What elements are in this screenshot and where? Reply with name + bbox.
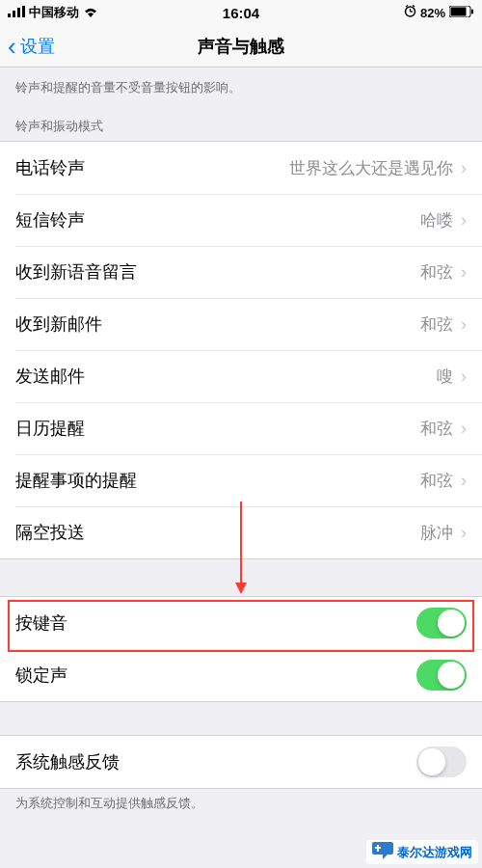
section-header-ringtone: 铃声和振动模式	[0, 102, 482, 141]
svg-rect-1	[13, 11, 15, 17]
item-value: 嗖	[437, 366, 453, 388]
svg-rect-0	[8, 14, 11, 17]
status-time: 16:04	[223, 5, 259, 21]
sound-switches: 按键音 锁定声	[0, 596, 482, 702]
chevron-left-icon: ‹	[8, 34, 16, 59]
haptic-group: 系统触感反馈	[0, 735, 482, 789]
item-value: 和弦	[420, 418, 453, 440]
chevron-right-icon: ›	[461, 471, 467, 491]
footer-description: 为系统控制和互动提供触感反馈。	[0, 789, 482, 824]
svg-line-8	[413, 6, 415, 8]
back-button[interactable]: ‹ 设置	[0, 34, 55, 59]
chevron-right-icon: ›	[461, 210, 467, 231]
svg-rect-11	[471, 9, 473, 14]
nav-bar: ‹ 设置 声音与触感	[0, 25, 482, 68]
svg-rect-3	[22, 6, 25, 17]
item-value: 世界这么大还是遇见你	[289, 157, 453, 179]
haptic-switch[interactable]	[416, 746, 467, 777]
item-label: 发送邮件	[15, 365, 85, 388]
ringtone-item[interactable]: 日历提醒 和弦 ›	[0, 402, 482, 454]
carrier-label: 中国移动	[29, 4, 79, 21]
chevron-right-icon: ›	[461, 262, 467, 283]
item-value: 和弦	[420, 313, 453, 336]
chevron-right-icon: ›	[461, 523, 467, 543]
status-bar: 中国移动 16:04 82%	[0, 0, 482, 25]
item-value: 和弦	[420, 261, 453, 284]
ringtone-list: 电话铃声 世界这么大还是遇见你 › 短信铃声 哈喽 › 收到新语音留言 和弦 ›…	[0, 141, 482, 559]
item-label: 提醒事项的提醒	[15, 469, 137, 492]
haptic-row: 系统触感反馈	[0, 736, 482, 788]
ringtone-item[interactable]: 提醒事项的提醒 和弦 ›	[0, 454, 482, 506]
wifi-icon	[83, 6, 98, 20]
battery-icon	[449, 6, 474, 20]
item-label: 电话铃声	[15, 156, 85, 179]
svg-rect-2	[17, 8, 20, 17]
watermark-logo-icon	[372, 842, 393, 862]
item-label: 收到新语音留言	[15, 260, 137, 284]
watermark: 泰尔达游戏网	[366, 840, 478, 864]
keyboard-clicks-row: 按键音	[0, 597, 482, 649]
watermark-text: 泰尔达游戏网	[397, 844, 472, 861]
lock-sound-switch[interactable]	[416, 660, 467, 691]
chevron-right-icon: ›	[461, 314, 467, 335]
item-label: 隔空投送	[15, 521, 85, 544]
chevron-right-icon: ›	[461, 158, 467, 178]
item-label: 系统触感反馈	[15, 750, 120, 773]
signal-icon	[8, 6, 25, 20]
item-label: 锁定声	[15, 664, 67, 687]
ringtone-item[interactable]: 短信铃声 哈喽 ›	[0, 194, 482, 246]
item-value: 哈喽	[420, 209, 453, 231]
item-value: 脉冲	[420, 522, 453, 544]
ringtone-item[interactable]: 隔空投送 脉冲 ›	[0, 506, 482, 558]
item-label: 按键音	[15, 611, 67, 635]
ringtone-item[interactable]: 发送邮件 嗖 ›	[0, 350, 482, 402]
svg-rect-10	[451, 7, 467, 15]
chevron-right-icon: ›	[461, 419, 467, 439]
ringtone-item[interactable]: 电话铃声 世界这么大还是遇见你 ›	[0, 142, 482, 194]
ringtone-item[interactable]: 收到新邮件 和弦 ›	[0, 298, 482, 350]
ringtone-item[interactable]: 收到新语音留言 和弦 ›	[0, 246, 482, 298]
item-label: 日历提醒	[15, 417, 85, 440]
back-label: 设置	[20, 35, 55, 58]
header-description: 铃声和提醒的音量不受音量按钮的影响。	[0, 68, 482, 102]
svg-line-7	[406, 6, 408, 8]
lock-sound-row: 锁定声	[0, 649, 482, 701]
battery-label: 82%	[420, 6, 445, 20]
chevron-right-icon: ›	[461, 366, 467, 387]
page-title: 声音与触感	[198, 35, 284, 58]
item-label: 收到新邮件	[15, 312, 102, 336]
item-label: 短信铃声	[15, 208, 85, 231]
item-value: 和弦	[420, 470, 453, 492]
keyboard-clicks-switch[interactable]	[416, 608, 467, 638]
alarm-icon	[404, 5, 416, 20]
